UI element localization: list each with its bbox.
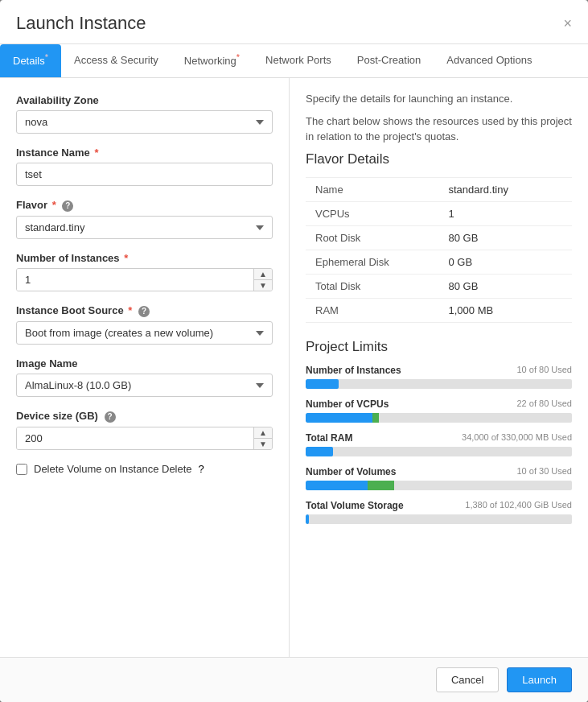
progress-track — [306, 413, 572, 423]
num-instances-up[interactable]: ▲ — [254, 269, 272, 280]
launch-button[interactable]: Launch — [507, 667, 572, 692]
limit-value: 10 of 30 Used — [517, 466, 573, 477]
progress-track — [306, 481, 572, 490]
progress-bar — [306, 514, 309, 524]
device-size-spinner: ▲ ▼ — [16, 427, 273, 450]
boot-source-label: Instance Boot Source * ? — [16, 304, 273, 317]
boot-source-select[interactable]: Boot from image (creates a new volume) — [16, 321, 273, 345]
tab-bar: Details* Access & Security Networking* N… — [0, 44, 588, 78]
tab-post-creation[interactable]: Post-Creation — [344, 44, 434, 77]
flavor-details-title: Flavor Details — [306, 151, 572, 167]
num-instances-spinner: ▲ ▼ — [16, 268, 273, 291]
progress-track — [306, 447, 572, 456]
table-row: VCPUs1 — [306, 201, 572, 225]
flavor-table: Namestandard.tinyVCPUs1Root Disk80 GBEph… — [306, 177, 572, 323]
limit-item: Number of VCPUs 22 of 80 Used — [306, 398, 572, 423]
launch-instance-modal: Launch Instance × Details* Access & Secu… — [0, 0, 588, 702]
instance-name-group: Instance Name * — [16, 147, 273, 186]
modal-title: Launch Instance — [16, 13, 146, 34]
table-row: Ephemeral Disk0 GB — [306, 250, 572, 274]
modal-footer: Cancel Launch — [0, 657, 588, 702]
tab-networking[interactable]: Networking* — [171, 44, 253, 77]
device-size-label: Device size (GB) ? — [16, 410, 273, 423]
tab-details[interactable]: Details* — [0, 44, 61, 77]
device-size-help-icon[interactable]: ? — [105, 411, 116, 423]
modal-body: Availability Zone nova Instance Name * — [0, 78, 588, 657]
availability-zone-label: Availability Zone — [16, 94, 273, 106]
boot-source-group: Instance Boot Source * ? Boot from image… — [16, 304, 273, 345]
instance-name-input[interactable] — [16, 163, 273, 186]
limit-name: Number of Volumes — [306, 466, 396, 477]
left-panel: Availability Zone nova Instance Name * — [0, 78, 290, 657]
limit-item: Number of Instances 10 of 80 Used — [306, 365, 572, 389]
device-size-input[interactable] — [17, 427, 253, 449]
table-row: RAM1,000 MB — [306, 298, 572, 322]
description-2: The chart below shows the resources used… — [306, 114, 572, 145]
cancel-button[interactable]: Cancel — [436, 667, 499, 692]
limit-value: 34,000 of 330,000 MB Used — [462, 432, 572, 444]
limit-item: Total RAM 34,000 of 330,000 MB Used — [306, 432, 572, 456]
limit-name: Total RAM — [306, 432, 352, 444]
tab-network-ports[interactable]: Network Ports — [253, 44, 344, 77]
limit-name: Number of Instances — [306, 365, 401, 376]
delete-volume-label[interactable]: Delete Volume on Instance Delete — [34, 463, 192, 475]
delete-volume-group: Delete Volume on Instance Delete ? — [16, 463, 273, 475]
progress-track — [306, 379, 572, 389]
close-button[interactable]: × — [563, 16, 572, 31]
num-instances-down[interactable]: ▼ — [254, 280, 272, 291]
num-instances-input[interactable] — [17, 269, 253, 291]
limit-item: Total Volume Storage 1,380 of 102,400 Gi… — [306, 500, 572, 524]
flavor-group: Flavor * ? standard.tiny — [16, 199, 273, 239]
description-1: Specify the details for launching an ins… — [306, 91, 572, 107]
boot-source-help-icon[interactable]: ? — [138, 306, 150, 317]
limit-header: Number of Volumes 10 of 30 Used — [306, 466, 572, 477]
num-instances-label: Number of Instances * — [16, 252, 273, 264]
delete-volume-checkbox[interactable] — [16, 464, 27, 475]
availability-zone-group: Availability Zone nova — [16, 94, 273, 134]
progress-bar — [306, 447, 333, 456]
tab-advanced-options[interactable]: Advanced Options — [434, 44, 545, 77]
delete-volume-help-icon[interactable]: ? — [199, 463, 204, 475]
progress-track — [306, 514, 572, 524]
image-name-select[interactable]: AlmaLinux-8 (10.0 GB) — [16, 374, 273, 397]
progress-bar — [306, 413, 379, 423]
table-row: Namestandard.tiny — [306, 177, 572, 201]
limit-name: Number of VCPUs — [306, 398, 389, 410]
limit-header: Number of VCPUs 22 of 80 Used — [306, 398, 572, 410]
flavor-help-icon[interactable]: ? — [62, 200, 73, 212]
project-limits-title: Project Limits — [306, 339, 572, 355]
image-name-group: Image Name AlmaLinux-8 (10.0 GB) — [16, 357, 273, 397]
right-panel: Specify the details for launching an ins… — [290, 78, 588, 657]
limits-container: Number of Instances 10 of 80 Used Number… — [306, 365, 572, 524]
image-name-label: Image Name — [16, 357, 273, 370]
device-size-group: Device size (GB) ? ▲ ▼ — [16, 410, 273, 450]
table-row: Total Disk80 GB — [306, 274, 572, 298]
table-row: Root Disk80 GB — [306, 225, 572, 250]
num-instances-group: Number of Instances * ▲ ▼ — [16, 252, 273, 291]
flavor-label: Flavor * ? — [16, 199, 273, 212]
limit-value: 22 of 80 Used — [517, 398, 573, 410]
limit-value: 10 of 80 Used — [517, 365, 573, 376]
modal-header: Launch Instance × — [0, 0, 588, 44]
limit-header: Number of Instances 10 of 80 Used — [306, 365, 572, 376]
instance-name-label: Instance Name * — [16, 147, 273, 159]
availability-zone-select[interactable]: nova — [16, 110, 273, 134]
limit-header: Total RAM 34,000 of 330,000 MB Used — [306, 432, 572, 444]
device-size-down[interactable]: ▼ — [254, 439, 272, 449]
progress-bar — [306, 481, 394, 490]
tab-access-security[interactable]: Access & Security — [61, 44, 171, 77]
flavor-select[interactable]: standard.tiny — [16, 216, 273, 239]
limit-name: Total Volume Storage — [306, 500, 404, 511]
limit-item: Number of Volumes 10 of 30 Used — [306, 466, 572, 490]
device-size-up[interactable]: ▲ — [254, 427, 272, 439]
limit-value: 1,380 of 102,400 GiB Used — [465, 500, 572, 511]
progress-bar — [306, 379, 339, 389]
modal-overlay: Launch Instance × Details* Access & Secu… — [0, 0, 588, 702]
limit-header: Total Volume Storage 1,380 of 102,400 Gi… — [306, 500, 572, 511]
